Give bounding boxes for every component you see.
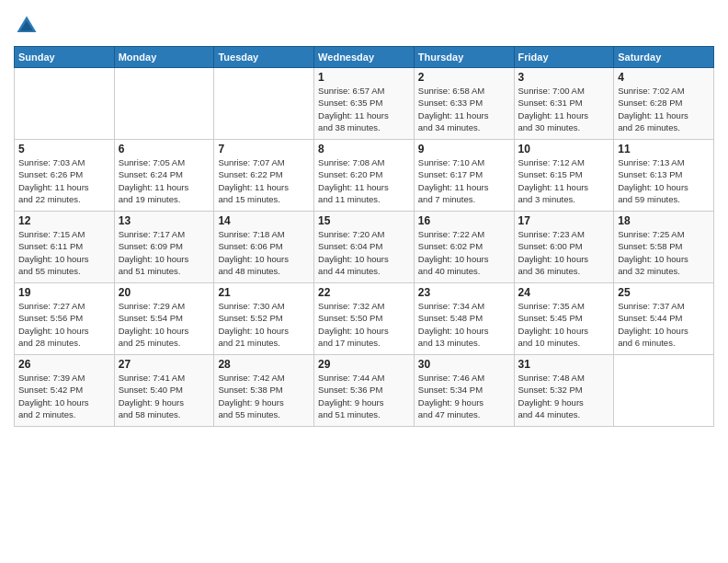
day-number: 6 bbox=[119, 143, 210, 155]
calendar-day-cell: 8Sunrise: 7:08 AM Sunset: 6:20 PM Daylig… bbox=[314, 140, 415, 212]
header bbox=[14, 9, 714, 39]
calendar-container: SundayMondayTuesdayWednesdayThursdayFrid… bbox=[0, 0, 728, 436]
day-info: Sunrise: 7:02 AM Sunset: 6:28 PM Dayligh… bbox=[618, 85, 710, 133]
day-number: 18 bbox=[618, 214, 710, 227]
calendar-day-cell bbox=[114, 68, 214, 140]
day-info: Sunrise: 7:00 AM Sunset: 6:31 PM Dayligh… bbox=[518, 85, 610, 133]
calendar-week-row: 19Sunrise: 7:27 AM Sunset: 5:56 PM Dayli… bbox=[15, 283, 714, 355]
day-number: 11 bbox=[618, 143, 710, 155]
day-number: 5 bbox=[18, 143, 110, 155]
calendar-day-cell: 27Sunrise: 7:41 AM Sunset: 5:40 PM Dayli… bbox=[114, 355, 214, 427]
calendar-week-row: 12Sunrise: 7:15 AM Sunset: 6:11 PM Dayli… bbox=[15, 212, 714, 283]
day-info: Sunrise: 7:42 AM Sunset: 5:38 PM Dayligh… bbox=[218, 372, 310, 420]
calendar-day-cell: 24Sunrise: 7:35 AM Sunset: 5:45 PM Dayli… bbox=[514, 283, 614, 355]
weekday-header-row: SundayMondayTuesdayWednesdayThursdayFrid… bbox=[15, 47, 714, 68]
calendar-day-cell bbox=[214, 68, 314, 140]
calendar-day-cell: 11Sunrise: 7:13 AM Sunset: 6:13 PM Dayli… bbox=[614, 140, 714, 212]
logo-icon bbox=[14, 13, 40, 39]
day-number: 4 bbox=[618, 71, 710, 84]
day-number: 24 bbox=[518, 286, 610, 299]
weekday-header-cell: Friday bbox=[514, 47, 614, 68]
weekday-header-cell: Thursday bbox=[414, 47, 514, 68]
day-number: 15 bbox=[318, 214, 410, 227]
calendar-day-cell: 19Sunrise: 7:27 AM Sunset: 5:56 PM Dayli… bbox=[15, 283, 115, 355]
weekday-header-cell: Sunday bbox=[15, 47, 115, 68]
day-number: 10 bbox=[518, 143, 610, 155]
calendar-day-cell: 26Sunrise: 7:39 AM Sunset: 5:42 PM Dayli… bbox=[15, 355, 115, 427]
calendar-day-cell: 6Sunrise: 7:05 AM Sunset: 6:24 PM Daylig… bbox=[114, 140, 214, 212]
calendar-day-cell: 4Sunrise: 7:02 AM Sunset: 6:28 PM Daylig… bbox=[614, 68, 714, 140]
day-info: Sunrise: 7:29 AM Sunset: 5:54 PM Dayligh… bbox=[119, 300, 210, 349]
day-number: 1 bbox=[318, 71, 410, 84]
day-number: 8 bbox=[318, 143, 410, 155]
day-number: 28 bbox=[218, 358, 310, 371]
calendar-day-cell: 14Sunrise: 7:18 AM Sunset: 6:06 PM Dayli… bbox=[214, 212, 314, 283]
logo bbox=[14, 13, 41, 39]
calendar-day-cell: 23Sunrise: 7:34 AM Sunset: 5:48 PM Dayli… bbox=[414, 283, 514, 355]
calendar-header: SundayMondayTuesdayWednesdayThursdayFrid… bbox=[15, 47, 714, 68]
calendar-week-row: 5Sunrise: 7:03 AM Sunset: 6:26 PM Daylig… bbox=[15, 140, 714, 212]
calendar-day-cell bbox=[614, 355, 714, 427]
calendar-day-cell: 10Sunrise: 7:12 AM Sunset: 6:15 PM Dayli… bbox=[514, 140, 614, 212]
calendar-day-cell: 29Sunrise: 7:44 AM Sunset: 5:36 PM Dayli… bbox=[314, 355, 415, 427]
calendar-body: 1Sunrise: 6:57 AM Sunset: 6:35 PM Daylig… bbox=[15, 68, 714, 427]
day-info: Sunrise: 7:39 AM Sunset: 5:42 PM Dayligh… bbox=[18, 372, 110, 420]
day-number: 16 bbox=[418, 214, 510, 227]
day-number: 22 bbox=[318, 286, 410, 299]
day-info: Sunrise: 6:57 AM Sunset: 6:35 PM Dayligh… bbox=[318, 85, 410, 133]
day-number: 30 bbox=[418, 358, 510, 371]
calendar-day-cell: 5Sunrise: 7:03 AM Sunset: 6:26 PM Daylig… bbox=[15, 140, 115, 212]
day-number: 13 bbox=[119, 214, 210, 227]
calendar-day-cell: 1Sunrise: 6:57 AM Sunset: 6:35 PM Daylig… bbox=[314, 68, 415, 140]
day-info: Sunrise: 7:32 AM Sunset: 5:50 PM Dayligh… bbox=[318, 300, 410, 349]
day-info: Sunrise: 7:27 AM Sunset: 5:56 PM Dayligh… bbox=[18, 300, 110, 349]
day-info: Sunrise: 7:23 AM Sunset: 6:00 PM Dayligh… bbox=[518, 228, 610, 277]
day-info: Sunrise: 6:58 AM Sunset: 6:33 PM Dayligh… bbox=[418, 85, 510, 133]
day-number: 29 bbox=[318, 358, 410, 371]
day-number: 12 bbox=[18, 214, 110, 227]
day-info: Sunrise: 7:13 AM Sunset: 6:13 PM Dayligh… bbox=[618, 156, 710, 205]
day-info: Sunrise: 7:20 AM Sunset: 6:04 PM Dayligh… bbox=[318, 228, 410, 277]
day-number: 7 bbox=[218, 143, 310, 155]
calendar-day-cell: 18Sunrise: 7:25 AM Sunset: 5:58 PM Dayli… bbox=[614, 212, 714, 283]
day-info: Sunrise: 7:30 AM Sunset: 5:52 PM Dayligh… bbox=[218, 300, 310, 349]
weekday-header-cell: Tuesday bbox=[214, 47, 314, 68]
calendar-day-cell: 30Sunrise: 7:46 AM Sunset: 5:34 PM Dayli… bbox=[414, 355, 514, 427]
day-info: Sunrise: 7:25 AM Sunset: 5:58 PM Dayligh… bbox=[618, 228, 710, 277]
day-number: 20 bbox=[119, 286, 210, 299]
day-info: Sunrise: 7:10 AM Sunset: 6:17 PM Dayligh… bbox=[418, 156, 510, 205]
day-number: 25 bbox=[618, 286, 710, 299]
day-number: 19 bbox=[18, 286, 110, 299]
day-info: Sunrise: 7:34 AM Sunset: 5:48 PM Dayligh… bbox=[418, 300, 510, 349]
calendar-day-cell: 25Sunrise: 7:37 AM Sunset: 5:44 PM Dayli… bbox=[614, 283, 714, 355]
day-number: 31 bbox=[518, 358, 610, 371]
day-info: Sunrise: 7:22 AM Sunset: 6:02 PM Dayligh… bbox=[418, 228, 510, 277]
calendar-table: SundayMondayTuesdayWednesdayThursdayFrid… bbox=[14, 46, 714, 427]
calendar-day-cell: 3Sunrise: 7:00 AM Sunset: 6:31 PM Daylig… bbox=[514, 68, 614, 140]
calendar-week-row: 1Sunrise: 6:57 AM Sunset: 6:35 PM Daylig… bbox=[15, 68, 714, 140]
day-info: Sunrise: 7:12 AM Sunset: 6:15 PM Dayligh… bbox=[518, 156, 610, 205]
day-number: 26 bbox=[18, 358, 110, 371]
day-number: 3 bbox=[518, 71, 610, 84]
day-info: Sunrise: 7:44 AM Sunset: 5:36 PM Dayligh… bbox=[318, 372, 410, 420]
weekday-header-cell: Monday bbox=[114, 47, 214, 68]
day-number: 17 bbox=[518, 214, 610, 227]
day-number: 14 bbox=[218, 214, 310, 227]
day-info: Sunrise: 7:48 AM Sunset: 5:32 PM Dayligh… bbox=[518, 372, 610, 420]
calendar-day-cell: 28Sunrise: 7:42 AM Sunset: 5:38 PM Dayli… bbox=[214, 355, 314, 427]
day-number: 23 bbox=[418, 286, 510, 299]
day-info: Sunrise: 7:37 AM Sunset: 5:44 PM Dayligh… bbox=[618, 300, 710, 349]
day-info: Sunrise: 7:18 AM Sunset: 6:06 PM Dayligh… bbox=[218, 228, 310, 277]
calendar-day-cell: 22Sunrise: 7:32 AM Sunset: 5:50 PM Dayli… bbox=[314, 283, 415, 355]
calendar-day-cell: 17Sunrise: 7:23 AM Sunset: 6:00 PM Dayli… bbox=[514, 212, 614, 283]
day-info: Sunrise: 7:17 AM Sunset: 6:09 PM Dayligh… bbox=[119, 228, 210, 277]
calendar-day-cell: 15Sunrise: 7:20 AM Sunset: 6:04 PM Dayli… bbox=[314, 212, 415, 283]
calendar-day-cell: 20Sunrise: 7:29 AM Sunset: 5:54 PM Dayli… bbox=[114, 283, 214, 355]
day-number: 9 bbox=[418, 143, 510, 155]
calendar-day-cell: 21Sunrise: 7:30 AM Sunset: 5:52 PM Dayli… bbox=[214, 283, 314, 355]
calendar-day-cell: 16Sunrise: 7:22 AM Sunset: 6:02 PM Dayli… bbox=[414, 212, 514, 283]
day-info: Sunrise: 7:08 AM Sunset: 6:20 PM Dayligh… bbox=[318, 156, 410, 205]
day-number: 2 bbox=[418, 71, 510, 84]
day-info: Sunrise: 7:41 AM Sunset: 5:40 PM Dayligh… bbox=[119, 372, 210, 420]
day-info: Sunrise: 7:15 AM Sunset: 6:11 PM Dayligh… bbox=[18, 228, 110, 277]
